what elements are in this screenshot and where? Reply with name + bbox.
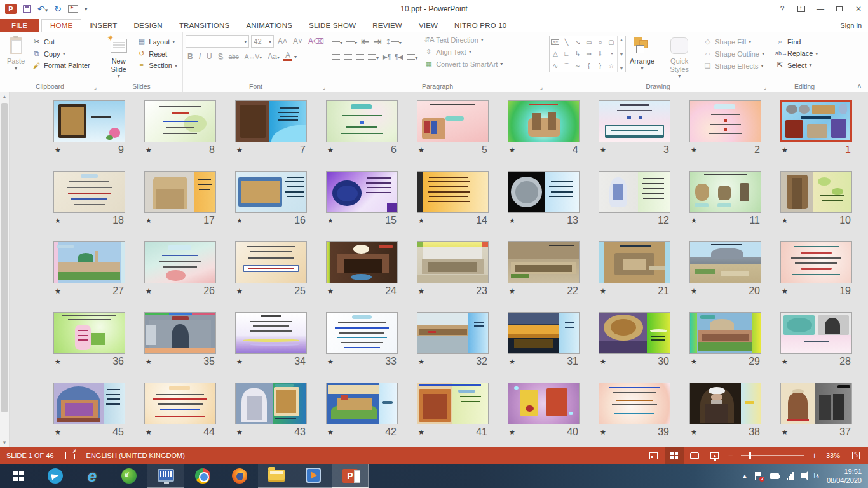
transition-star-icon[interactable]: ★ (327, 428, 334, 437)
transition-star-icon[interactable]: ★ (691, 146, 697, 154)
tab-design[interactable]: DESIGN (126, 20, 171, 32)
powerpoint-logo-icon[interactable]: P (5, 4, 17, 14)
slide-thumbnail-17[interactable] (144, 171, 216, 213)
tab-animations[interactable]: ANIMATIONS (238, 20, 301, 32)
taskbar-internet-explorer-button[interactable]: e (74, 464, 111, 488)
collapse-ribbon-icon[interactable]: ∧ (857, 82, 862, 89)
shapes-scroll-down-icon[interactable]: ▼ (619, 52, 623, 57)
shape-outline-button[interactable]: ▱Shape Outline ▾ (700, 48, 767, 60)
slide-sorter-view-icon[interactable] (665, 447, 684, 464)
copy-button[interactable]: ⧉Copy ▾ (29, 48, 93, 60)
arrow-shape-icon[interactable]: ↘ (575, 39, 580, 46)
minimize-icon[interactable]: — (811, 0, 830, 18)
slide-thumbnail-21[interactable] (599, 241, 670, 283)
scroll-up-icon[interactable]: ▲ (0, 92, 9, 102)
slide-thumbnail-35[interactable] (144, 312, 216, 354)
right-brace-shape-icon[interactable]: } (599, 62, 601, 69)
language-indicator[interactable]: ENGLISH (UNITED KINGDOM) (86, 452, 185, 459)
slide-thumbnail-15[interactable] (326, 171, 398, 213)
font-dialog-launcher-icon[interactable]: ⌟ (323, 84, 325, 90)
normal-view-icon[interactable] (644, 447, 663, 464)
select-button[interactable]: ⇱Select ▾ (773, 59, 820, 71)
slide-thumbnail-41[interactable] (417, 383, 489, 424)
transition-star-icon[interactable]: ★ (327, 358, 334, 366)
zoom-level[interactable]: 33% (821, 452, 845, 459)
transition-star-icon[interactable]: ★ (600, 146, 606, 154)
scrollbar-thumb[interactable] (1, 103, 8, 412)
slide-thumbnail-4[interactable] (508, 100, 580, 142)
taskbar-idm-button[interactable] (111, 464, 147, 488)
transition-star-icon[interactable]: ★ (691, 358, 697, 366)
transition-star-icon[interactable]: ★ (782, 287, 788, 295)
slide-thumbnail-39[interactable] (599, 383, 670, 424)
slide-thumbnail-10[interactable] (780, 171, 852, 213)
slide-show-icon[interactable] (705, 447, 724, 464)
shape-fill-button[interactable]: ◇Shape Fill ▾ (700, 36, 767, 48)
slide-thumbnail-14[interactable] (417, 171, 489, 213)
drawing-dialog-launcher-icon[interactable]: ⌟ (764, 84, 766, 90)
curve-shape-icon[interactable]: ～ (574, 62, 581, 71)
bold-icon[interactable]: B (186, 52, 195, 61)
slide-thumbnail-29[interactable] (689, 312, 761, 354)
transition-star-icon[interactable]: ★ (691, 287, 697, 295)
slide-thumbnail-23[interactable] (417, 241, 489, 283)
reset-button[interactable]: ↺Reset (134, 48, 180, 60)
cut-button[interactable]: ✂Cut (29, 36, 93, 48)
save-icon[interactable] (23, 5, 31, 13)
slide-thumbnail-30[interactable] (599, 312, 670, 354)
taskbar-file-explorer-button[interactable] (258, 464, 295, 488)
star-shape-icon[interactable]: ☆ (609, 62, 614, 69)
italic-icon[interactable]: I (197, 52, 203, 61)
slide-thumbnail-18[interactable] (53, 171, 125, 213)
strikethrough-icon[interactable]: abc (227, 53, 241, 60)
align-center-icon[interactable] (344, 51, 352, 62)
slide-thumbnail-22[interactable] (508, 241, 580, 283)
align-left-icon[interactable] (332, 51, 340, 62)
font-size-combo[interactable]: 42▾ (251, 35, 274, 48)
change-case-icon[interactable]: Aa▾ (266, 52, 281, 61)
transition-star-icon[interactable]: ★ (146, 287, 152, 295)
text-direction-button[interactable]: ⇵AText Direction ▾ (421, 34, 505, 46)
right-arrow-shape-icon[interactable]: ⇒ (587, 50, 592, 57)
slide-thumbnail-45[interactable] (53, 383, 125, 424)
slide-thumbnail-34[interactable] (235, 312, 307, 354)
transition-star-icon[interactable]: ★ (782, 146, 788, 154)
zoom-slider[interactable] (741, 455, 804, 456)
slide-thumbnail-8[interactable] (144, 100, 216, 142)
quick-styles-button[interactable]: Quick Styles▾ (658, 34, 700, 81)
transition-star-icon[interactable]: ★ (782, 358, 788, 366)
elbow-arrow-shape-icon[interactable]: ↳ (575, 50, 580, 57)
slide-thumbnail-6[interactable] (326, 100, 398, 142)
slide-thumbnail-44[interactable] (144, 383, 216, 424)
transition-star-icon[interactable]: ★ (327, 146, 334, 154)
transition-star-icon[interactable]: ★ (600, 428, 606, 437)
tray-expand-icon[interactable]: ▲ (742, 473, 747, 479)
transition-star-icon[interactable]: ★ (691, 428, 697, 437)
text-shadow-icon[interactable]: S (216, 52, 225, 61)
clear-formatting-icon[interactable]: A⌫ (306, 37, 326, 46)
slide-thumbnail-2[interactable] (689, 100, 761, 142)
slide-thumbnail-32[interactable] (417, 312, 489, 354)
right-to-left-icon[interactable]: ¶◀ (395, 53, 403, 60)
clipboard-dialog-launcher-icon[interactable]: ⌟ (94, 84, 97, 90)
shrink-font-icon[interactable]: A˅ (291, 37, 304, 46)
left-to-right-icon[interactable]: ▶¶ (383, 53, 391, 60)
font-name-combo[interactable]: ▾ (186, 35, 249, 48)
slide-thumbnail-37[interactable] (780, 383, 852, 424)
increase-indent-icon[interactable]: ⇥ (373, 36, 381, 48)
transition-star-icon[interactable]: ★ (327, 217, 334, 225)
transition-star-icon[interactable]: ★ (418, 428, 424, 437)
vertical-scrollbar[interactable]: ▲ ▼ (0, 92, 10, 447)
pie-shape-icon[interactable]: ◔ (609, 50, 613, 57)
slide-thumbnail-24[interactable] (326, 241, 398, 283)
scroll-down-icon[interactable]: ▼ (0, 438, 9, 447)
slide-thumbnail-38[interactable] (689, 383, 761, 424)
justify-icon[interactable]: ▾ (368, 51, 379, 62)
transition-star-icon[interactable]: ★ (55, 217, 61, 225)
volume-icon[interactable] (801, 473, 806, 478)
align-text-button[interactable]: ⇳Align Text ▾ (421, 46, 505, 58)
close-icon[interactable]: ✕ (849, 0, 868, 18)
underline-icon[interactable]: U (205, 52, 214, 61)
transition-star-icon[interactable]: ★ (236, 217, 243, 225)
numbering-icon[interactable]: ▾ (346, 36, 357, 47)
